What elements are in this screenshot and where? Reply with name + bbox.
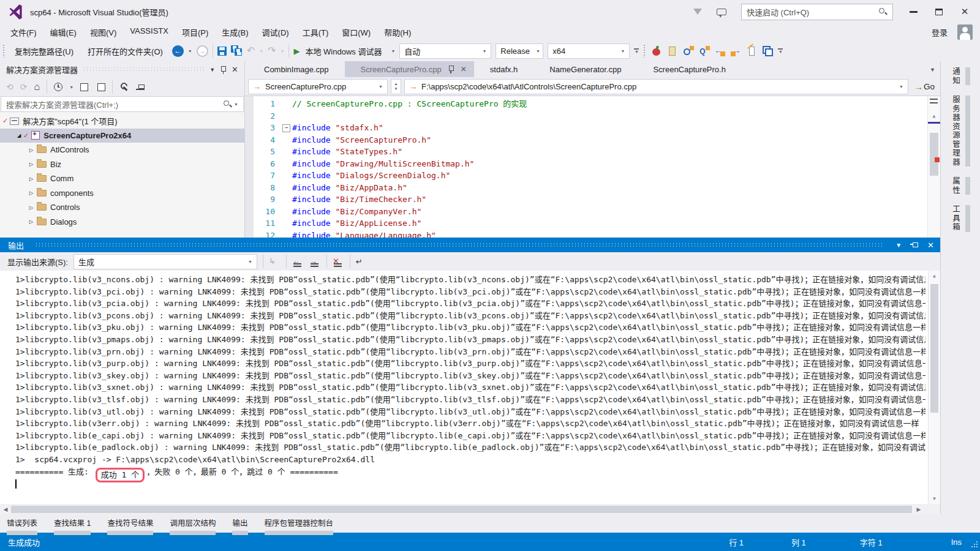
scroll-up-icon[interactable]: ▲ — [928, 113, 940, 119]
tab-list-dropdown-icon[interactable]: ▼ — [930, 67, 935, 73]
debug-type-combo[interactable]: 自动▼ — [399, 43, 491, 59]
navigate-forward-button[interactable]: → — [197, 45, 208, 57]
editor-tab-ScreenCapturePro.h[interactable]: ScreenCapturePro.h — [637, 61, 742, 77]
menu-生成(B)[interactable]: 生成(B) — [215, 24, 255, 40]
panel-tab-输出[interactable]: 输出 — [232, 517, 247, 535]
redo-dropdown[interactable]: ▼ — [281, 49, 285, 53]
copy-full-path-button[interactable]: 复制完整路径(U) — [10, 43, 78, 59]
tree-item[interactable]: ▷Biz — [0, 157, 244, 172]
toolbar-grip[interactable] — [2, 44, 6, 58]
preview-selected-items-icon[interactable] — [97, 83, 105, 91]
previous-message-icon[interactable]: ← — [292, 257, 304, 267]
vassistx-snippet-icon[interactable] — [746, 45, 758, 57]
platform-combo[interactable]: x64▼ — [548, 43, 630, 59]
vassistx-nav-forward-icon[interactable] — [730, 45, 742, 57]
toolbar-grip[interactable] — [643, 44, 646, 58]
tree-item[interactable]: ▷AtlControls — [0, 143, 244, 157]
output-source-combo[interactable]: 生成 ▼ — [74, 254, 257, 269]
editor-tab-ScreenCapturePro.cpp[interactable]: ScreenCapturePro.cpp✕ — [345, 61, 474, 77]
side-tab-属性[interactable]: 属性 — [950, 177, 980, 195]
tree-item[interactable]: ▷components — [0, 186, 244, 201]
panel-tab-查找结果 1[interactable]: 查找结果 1 — [54, 517, 91, 535]
vassistx-find-symbol-icon[interactable] — [698, 45, 710, 57]
minimize-button[interactable] — [908, 6, 919, 17]
output-text-area[interactable]: 1>libcrypto.lib(v3_ncons.obj) : warning … — [0, 271, 940, 504]
panel-tab-程序包管理器控制台[interactable]: 程序包管理器控制台 — [265, 517, 334, 535]
toolbar-overflow-button[interactable]: ▼ — [634, 48, 639, 53]
tree-item[interactable]: ✓解决方案"scp64"(1 个项目) — [0, 114, 244, 129]
expander-collapsed-icon[interactable]: ▷ — [27, 204, 36, 211]
vassistx-tomato-icon[interactable] — [650, 45, 662, 57]
next-message-icon[interactable]: → — [309, 257, 321, 267]
undo-icon[interactable]: ↶ — [247, 46, 255, 56]
menu-视图(V)[interactable]: 视图(V) — [83, 24, 123, 40]
tab-close-icon[interactable]: ✕ — [461, 65, 467, 73]
fold-collapse-icon[interactable] — [282, 122, 292, 134]
user-avatar[interactable] — [957, 24, 973, 40]
status-column[interactable]: 列 1 — [791, 536, 806, 548]
back-icon[interactable]: ⟲ — [6, 83, 13, 91]
tree-item[interactable]: ▷Comm — [0, 171, 244, 186]
menu-窗口(W)[interactable]: 窗口(W) — [335, 24, 377, 40]
menu-文件(F)[interactable]: 文件(F) — [4, 24, 43, 40]
sign-in-link[interactable]: 登录 — [932, 26, 948, 38]
redo-icon[interactable]: ↷ — [268, 46, 276, 56]
side-tab-服务器资源管理器[interactable]: 服务器资源管理器 — [950, 96, 980, 167]
solution-search-input[interactable]: 搜索解决方案资源管理器(Ctrl+;) ▼ — [1, 96, 244, 112]
expander-collapsed-icon[interactable]: ▷ — [27, 219, 36, 225]
undo-dropdown[interactable]: ▼ — [259, 49, 263, 53]
forward-icon[interactable]: ⟳ — [20, 83, 28, 91]
debugger-target-button[interactable]: 本地 Windows 调试器 — [304, 43, 386, 59]
tree-item[interactable]: ◢✓ScreenCapturePro2x64 — [0, 129, 244, 143]
status-char[interactable]: 字符 1 — [860, 536, 883, 548]
open-containing-folder-button[interactable]: 打开所在的文件夹(O) — [83, 43, 168, 59]
output-vertical-scrollbar[interactable]: ▲ ▼ — [928, 271, 940, 504]
pending-changes-clock-icon[interactable] — [54, 83, 62, 91]
status-insert-mode[interactable]: Ins — [951, 538, 962, 547]
menu-调试(D)[interactable]: 调试(D) — [255, 24, 296, 40]
indicator-margin[interactable] — [245, 96, 254, 238]
vassistx-nav-back-icon[interactable] — [714, 45, 726, 57]
solution-explorer-titlebar[interactable]: 解决方案资源管理器 ▼ ✕ — [0, 61, 244, 78]
pin-icon[interactable] — [220, 66, 227, 74]
expander-collapsed-icon[interactable]: ▷ — [27, 176, 36, 182]
output-horizontal-scrollbar[interactable]: ◀ ▶ — [0, 504, 940, 514]
clock-dropdown[interactable]: ▼ — [69, 85, 74, 89]
save-button[interactable] — [217, 47, 227, 56]
side-tab-通知[interactable]: 通知 — [950, 67, 980, 85]
goto-message-icon[interactable]: ↳ — [269, 257, 281, 267]
scrollbar-thumb[interactable] — [11, 506, 912, 513]
toolbar-overflow-button[interactable]: ▼ — [778, 48, 783, 53]
sync-with-active-document-icon[interactable] — [80, 83, 88, 91]
scope-combo[interactable]: → ScreenCapturePro.cpp ▼ — [248, 79, 388, 94]
vassistx-go-button[interactable]: → Go — [911, 81, 937, 92]
vassistx-switch-header-icon[interactable] — [762, 45, 774, 57]
scroll-left-icon[interactable]: ◀ — [0, 506, 11, 512]
tree-item[interactable]: ▷Dialogs — [0, 215, 244, 230]
feedback-icon[interactable] — [717, 9, 726, 15]
quick-launch-input[interactable]: 快速启动 (Ctrl+Q) — [741, 4, 893, 20]
search-options-dropdown[interactable]: ▼ — [234, 102, 238, 107]
vassistx-find-references-icon[interactable] — [682, 45, 694, 57]
start-debugging-icon[interactable]: ▶ — [293, 47, 300, 56]
panel-tab-查找符号结果[interactable]: 查找符号结果 — [107, 517, 153, 535]
scroll-right-icon[interactable]: ▶ — [913, 506, 924, 512]
scroll-down-icon[interactable]: ▼ — [929, 496, 940, 501]
home-icon[interactable]: ⌂ — [34, 83, 40, 91]
close-panel-icon[interactable]: ✕ — [232, 66, 238, 73]
clear-all-icon[interactable]: ✕ — [333, 257, 344, 267]
menu-帮助(H)[interactable]: 帮助(H) — [377, 24, 418, 40]
output-titlebar[interactable]: 输出 ▼ ✕ — [0, 238, 940, 252]
panel-tab-错误列表[interactable]: 错误列表 — [7, 517, 37, 535]
side-tab-工具箱[interactable]: 工具箱 — [950, 205, 980, 232]
status-line[interactable]: 行 1 — [729, 536, 744, 548]
collapse-all-icon[interactable] — [136, 84, 145, 90]
editor-vertical-scrollbar[interactable]: ▲ — [927, 96, 940, 238]
tab-pin-icon[interactable] — [448, 65, 454, 73]
scrollbar-thumb[interactable] — [930, 133, 938, 176]
scrollbar-thumb[interactable] — [930, 284, 938, 413]
expander-collapsed-icon[interactable]: ▷ — [27, 190, 36, 196]
panel-tab-调用层次结构[interactable]: 调用层次结构 — [170, 517, 216, 535]
scroll-up-icon[interactable]: ▲ — [929, 273, 940, 279]
menu-项目(P)[interactable]: 项目(P) — [175, 24, 215, 40]
